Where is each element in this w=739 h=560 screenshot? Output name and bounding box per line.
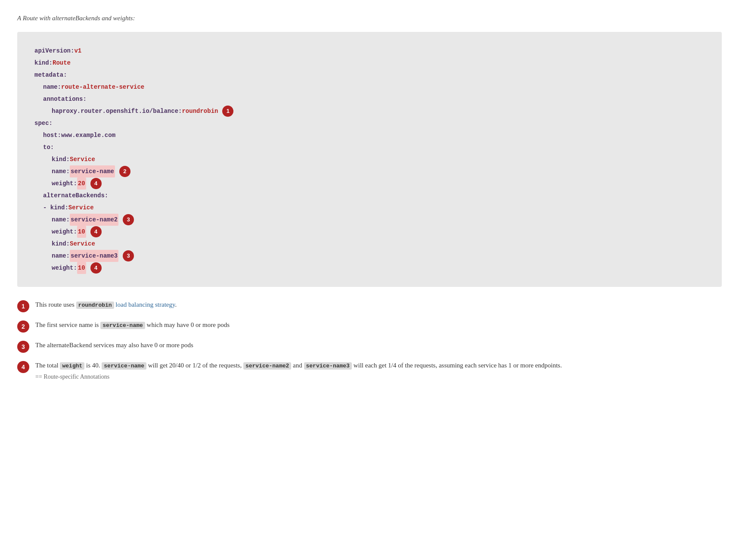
annotation-badge-3: 3: [123, 214, 134, 225]
code-value: Service: [68, 202, 94, 214]
code-key: - kind:: [43, 202, 68, 214]
code-key: kind:: [34, 57, 53, 69]
code-key: name:: [43, 81, 61, 93]
code-key: alternateBackends:: [43, 190, 108, 202]
code-key: name:: [52, 214, 70, 226]
code-line: weight: 104: [34, 262, 705, 274]
code-line: alternateBackends:: [34, 190, 705, 202]
annotation-note: == Route-specific Annotations: [35, 372, 562, 381]
code-value: 10: [77, 226, 86, 238]
code-value: 20: [77, 177, 86, 190]
code-value: route-alternate-service: [61, 81, 144, 93]
annotation-text: The total weight is 40. service-name wil…: [35, 361, 562, 381]
code-key: name:: [52, 250, 70, 262]
annotation-item: 2The first service name is service-name …: [17, 320, 722, 333]
annotation-badge-1: 1: [222, 106, 233, 117]
code-line: apiVersion: v1: [34, 45, 705, 57]
annotation-item: 3The alternateBackend services may also …: [17, 340, 722, 353]
annotation-badge-2: 2: [119, 166, 130, 177]
code-value: Service: [70, 153, 95, 165]
code-key: spec:: [34, 117, 53, 129]
code-value: 10: [77, 262, 86, 274]
code-line: metadata:: [34, 69, 705, 81]
code-sn3: service-name3: [304, 362, 352, 370]
code-weight: weight: [60, 362, 84, 370]
code-key: apiVersion:: [34, 45, 74, 57]
code-key: weight:: [52, 177, 77, 190]
code-key: metadata:: [34, 69, 67, 81]
code-line: host: www.example.com: [34, 129, 705, 141]
annotation-text: The alternateBackend services may also h…: [35, 340, 193, 350]
code-line: weight: 204: [34, 177, 705, 190]
load-balancing-link[interactable]: load balancing strategy: [115, 301, 175, 308]
code-roundrobin: roundrobin: [76, 302, 114, 309]
code-key: to:: [43, 141, 54, 153]
code-value: v1: [74, 45, 81, 57]
annotation-badge-4: 4: [90, 262, 102, 274]
code-key: kind:: [52, 153, 70, 165]
code-line: name: route-alternate-service: [34, 81, 705, 93]
code-key: weight:: [52, 226, 77, 238]
code-key: kind:: [52, 238, 70, 250]
annotation-number-badge: 1: [17, 300, 29, 312]
code-sn2: service-name2: [243, 362, 291, 370]
code-line: - kind: Service: [34, 202, 705, 214]
code-key: weight:: [52, 262, 77, 274]
annotation-item: 1This route uses roundrobin load balanci…: [17, 300, 722, 312]
annotation-number-badge: 3: [17, 341, 29, 353]
code-line: spec:: [34, 117, 705, 129]
annotation-number-badge: 2: [17, 320, 29, 333]
code-line: to:: [34, 141, 705, 153]
annotation-text: This route uses roundrobin load balancin…: [35, 300, 177, 310]
code-line: name: service-name23: [34, 214, 705, 226]
code-key: annotations:: [43, 93, 87, 105]
annotation-badge-4: 4: [90, 226, 102, 237]
code-line: name: service-name33: [34, 250, 705, 262]
code-line: name: service-name2: [34, 165, 705, 177]
code-key: name:: [52, 165, 70, 177]
annotation-number-badge: 4: [17, 361, 29, 373]
code-value: Route: [53, 57, 71, 69]
code-value: roundrobin: [182, 105, 218, 117]
code-key: host:: [43, 129, 61, 141]
code-value: Service: [70, 238, 95, 250]
page-subtitle: A Route with alternateBackends and weigh…: [17, 13, 722, 23]
code-line: annotations:: [34, 93, 705, 105]
annotation-badge-4: 4: [90, 178, 102, 189]
annotation-text: The first service name is service-name w…: [35, 320, 230, 330]
annotation-item: 4The total weight is 40. service-name wi…: [17, 361, 722, 381]
code-line: kind: Service: [34, 153, 705, 165]
code-key: haproxy.router.openshift.io/balance:: [52, 105, 182, 117]
code-value: service-name3: [70, 250, 118, 262]
code-line: haproxy.router.openshift.io/balance: rou…: [34, 105, 705, 117]
annotation-badge-3: 3: [123, 250, 134, 261]
code-line: kind: Service: [34, 238, 705, 250]
code-sn1: service-name: [102, 362, 146, 370]
code-value: www.example.com: [61, 129, 115, 141]
code-value: service-name2: [70, 214, 118, 226]
annotations-section: 1This route uses roundrobin load balanci…: [17, 300, 722, 381]
code-line: weight: 104: [34, 226, 705, 238]
code-value: service-name: [70, 165, 115, 177]
code-service-name: service-name: [100, 322, 145, 329]
code-line: kind: Route: [34, 57, 705, 69]
code-block: apiVersion: v1kind: Routemetadata:name: …: [17, 32, 722, 287]
